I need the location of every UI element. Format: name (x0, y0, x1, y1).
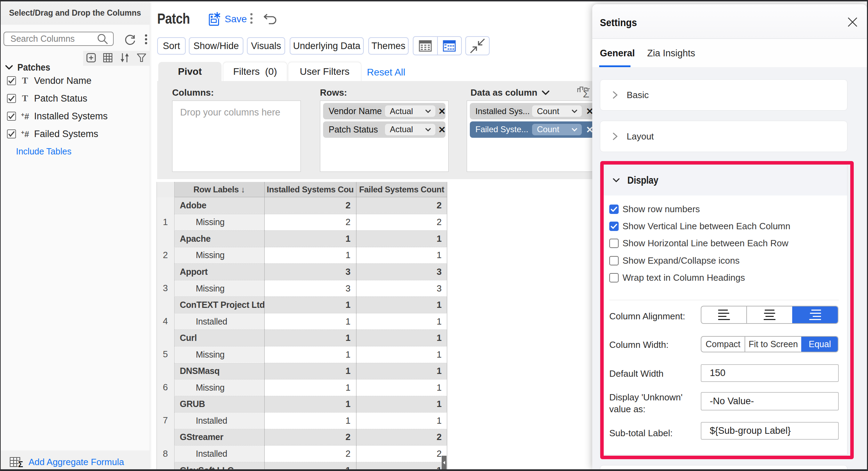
table-scroll-handle[interactable] (442, 456, 447, 469)
toolbar-button-underlying-data[interactable]: Underlying Data (290, 37, 364, 55)
add-aggregate-row[interactable]: Σ Add Aggregate Formula (1, 450, 150, 469)
checkbox-checked-icon[interactable] (7, 129, 16, 138)
table-group-row[interactable]: Apache11 (174, 230, 447, 247)
pivot-view-button[interactable] (437, 37, 461, 55)
chevron-right-icon (613, 91, 618, 99)
display-option[interactable]: Show Horizontal Line between Each Row (609, 239, 788, 248)
align-left-button[interactable] (701, 306, 746, 323)
column-width-equal-button[interactable]: Equal (801, 337, 838, 352)
field-chip[interactable]: Patch StatusActual✕ (323, 121, 445, 138)
table-row[interactable]: Installed22 (174, 445, 447, 462)
chart-sigma-icon[interactable]: Σ (577, 87, 591, 100)
aggregation-select[interactable]: Actual (385, 124, 435, 135)
data-as-column-label[interactable]: Data as column (471, 87, 549, 98)
filter-icon[interactable] (136, 53, 147, 64)
checkbox-unchecked-icon[interactable] (609, 256, 619, 265)
tab-filters-[interactable]: Filters (0) (223, 62, 287, 81)
section-layout[interactable]: Layout (600, 121, 847, 152)
failed-count-cell: 1 (356, 313, 447, 330)
align-center-button[interactable] (746, 306, 792, 323)
table-group-row[interactable]: GRUB11 (174, 396, 447, 413)
default-width-input[interactable]: 150 (701, 364, 839, 382)
checkbox-checked-icon[interactable] (7, 76, 16, 85)
table-group-row[interactable]: Curl11 (174, 329, 447, 346)
checkbox-unchecked-icon[interactable] (609, 239, 619, 248)
reset-all-link[interactable]: Reset All (367, 67, 405, 78)
sidebar-more-icon[interactable] (143, 33, 150, 46)
column-header-installed[interactable]: Installed Systems Cou (264, 182, 356, 197)
column-width-compact-button[interactable]: Compact (701, 337, 745, 352)
section-display-label: Display (627, 174, 658, 186)
table-row[interactable]: Missing33 (174, 280, 447, 297)
section-display-header[interactable]: Display (600, 165, 847, 195)
display-option[interactable]: Show Vertical Line between Each Column (609, 222, 790, 231)
close-icon[interactable] (847, 17, 858, 27)
column-header-failed[interactable]: Failed Systems Count (356, 182, 447, 197)
table-row[interactable]: Installed11 (174, 313, 447, 330)
column-item[interactable]: TPatch Status (7, 94, 87, 103)
chevron-down-icon (425, 109, 431, 113)
table-group-row[interactable]: ConTEXT Project Ltd11 (174, 296, 447, 313)
subtotal-input[interactable]: ${Sub-group Label} (701, 422, 839, 440)
table-group-row[interactable]: Apport33 (174, 263, 447, 280)
aggregation-select[interactable]: Actual (385, 105, 435, 117)
display-option[interactable]: Wrap text in Column Headings (609, 273, 745, 282)
columns-dropzone[interactable]: Drop your columns here (172, 101, 301, 172)
align-right-button[interactable] (792, 306, 838, 323)
table-row[interactable]: Missing11 (174, 379, 447, 396)
sort-icon[interactable] (119, 52, 130, 65)
table-row[interactable]: Missing11 (174, 247, 447, 264)
display-option[interactable]: Show Expand/Collapse icons (609, 256, 740, 265)
field-chip[interactable]: Vendor NameActual✕ (323, 103, 445, 119)
unknown-value-input[interactable]: -No Value- (701, 392, 839, 410)
section-basic[interactable]: Basic (600, 79, 847, 111)
aggregation-select[interactable]: Count (532, 105, 582, 117)
installed-count-cell: 1 (264, 330, 356, 346)
table-group-row[interactable]: DNSMasq11 (174, 363, 447, 380)
section-basic-label: Basic (627, 90, 649, 101)
include-tables-link[interactable]: Include Tables (16, 146, 71, 157)
report-more-icon[interactable] (249, 13, 254, 25)
table-group-row[interactable]: Adobe22 (174, 197, 447, 214)
checkbox-checked-icon[interactable] (609, 205, 619, 214)
tab-active-underline (599, 65, 630, 67)
checkbox-checked-icon[interactable] (7, 112, 16, 121)
toolbar-button-sort[interactable]: Sort (157, 37, 186, 55)
add-column-icon[interactable] (86, 53, 96, 64)
checkbox-unchecked-icon[interactable] (609, 273, 619, 282)
grid-icon[interactable] (103, 53, 113, 64)
toolbar-button-visuals[interactable]: Visuals (247, 37, 285, 55)
tab-zia-insights[interactable]: Zia Insights (647, 48, 695, 59)
tab-general[interactable]: General (600, 48, 635, 59)
align-right-icon (809, 310, 821, 320)
rows-dropzone[interactable]: Vendor NameActual✕Patch StatusActual✕ (320, 101, 449, 172)
column-width-fit-to-screen-button[interactable]: Fit to Screen (745, 337, 801, 352)
failed-count-cell: 2 (356, 197, 447, 214)
column-item[interactable]: TVendor Name (7, 76, 91, 85)
remove-chip-icon[interactable]: ✕ (438, 107, 446, 116)
aggregation-select[interactable]: Count (532, 124, 582, 135)
toolbar-button-show-hide[interactable]: Show/Hide (189, 37, 243, 55)
tab-pivot[interactable]: Pivot (158, 62, 222, 81)
tab-user-filters[interactable]: User Filters (288, 62, 361, 81)
column-item[interactable]: +#Installed Systems (7, 112, 108, 121)
table-row[interactable]: Missing11 (174, 346, 447, 363)
refresh-icon[interactable] (124, 33, 136, 46)
remove-chip-icon[interactable]: ✕ (438, 125, 446, 134)
display-option[interactable]: Show row numbers (609, 205, 700, 214)
toolbar-button-themes[interactable]: Themes (368, 37, 409, 55)
patches-section-header[interactable]: Patches (5, 62, 55, 73)
table-group-row[interactable]: GStreamer22 (174, 429, 447, 446)
table-row[interactable]: Installed11 (174, 412, 447, 429)
table-row[interactable]: Missing22 (174, 214, 447, 231)
undo-icon[interactable] (261, 13, 278, 26)
search-input[interactable]: Search Columns (3, 32, 114, 46)
column-header-row-labels[interactable]: Row Labels ↓ (174, 182, 264, 197)
checkbox-checked-icon[interactable] (7, 94, 16, 103)
collapse-button[interactable] (465, 36, 490, 55)
table-view-button[interactable] (413, 37, 437, 55)
checkbox-checked-icon[interactable] (609, 222, 619, 231)
column-item[interactable]: +#Failed Systems (7, 129, 98, 138)
save-button[interactable]: Save (208, 11, 247, 27)
row-number: 3 (156, 280, 174, 297)
